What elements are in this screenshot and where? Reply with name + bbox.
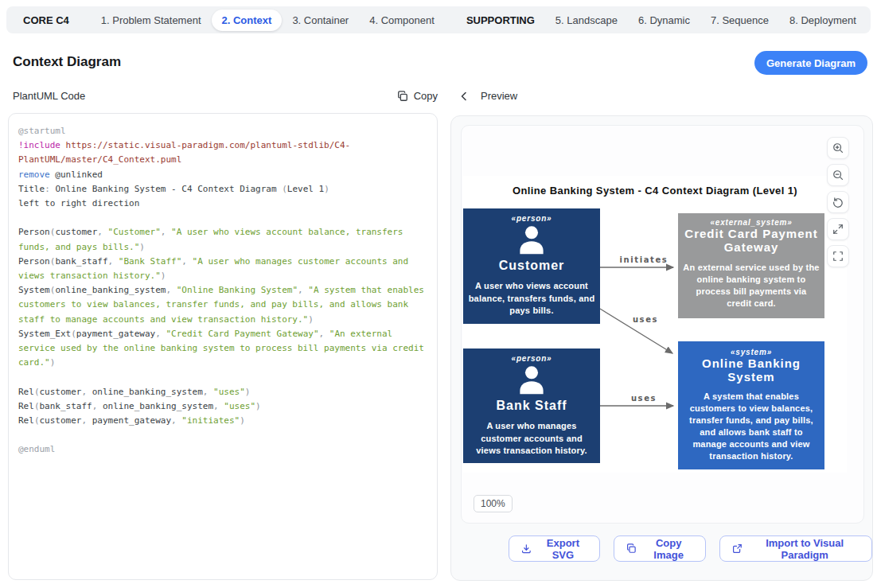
- expand-icon: [832, 224, 844, 235]
- relation-label-uses-bankstaff: uses: [631, 394, 657, 403]
- code-line: Rel(bank_staff, online_banking_system, "…: [18, 399, 427, 414]
- code-line: System_Ext(payment_gateway, "Credit Card…: [18, 327, 427, 341]
- node-online-banking-system-stereotype: «system»: [731, 348, 772, 356]
- node-bank-staff: «person» Bank Staff A user who manages c…: [463, 349, 600, 463]
- code-line: System(online_banking_system, "Online Ba…: [18, 283, 427, 298]
- generate-diagram-button[interactable]: Generate Diagram: [754, 51, 867, 75]
- nav-tab-3-container[interactable]: 3. Container: [282, 10, 359, 31]
- code-panel-header: PlantUML Code Copy: [13, 90, 438, 102]
- code-line: Title: Online Banking System - C4 Contex…: [18, 182, 427, 197]
- code-line: service used by the online banking syste…: [18, 341, 427, 356]
- code-line: left to right direction: [18, 197, 427, 211]
- code-line: remove @unlinked: [18, 168, 427, 182]
- plantuml-code: @startuml!include https://static.visual-…: [18, 124, 427, 458]
- page-title: Context Diagram: [13, 54, 121, 70]
- copy-image-label: Copy Image: [644, 537, 694, 561]
- reset-icon: [832, 197, 844, 208]
- diagram-title: Online Banking System - C4 Context Diagr…: [463, 185, 847, 197]
- node-customer-stereotype: «person»: [512, 214, 552, 223]
- copy-icon: [626, 543, 637, 555]
- code-line: [18, 211, 427, 225]
- zoom-out-icon: [832, 169, 844, 181]
- diagram-viewport[interactable]: Online Banking System - C4 Context Diagr…: [461, 125, 864, 524]
- copy-code-label: Copy: [414, 90, 438, 102]
- node-customer: «person» Customer A user who views accou…: [463, 208, 600, 324]
- code-line: [18, 428, 427, 442]
- code-line: funds, and pays bills."): [18, 240, 427, 255]
- node-online-banking-system-name: Online Banking System: [678, 356, 824, 384]
- import-to-visual-paradigm-label: Import to Visual Paradigm: [750, 537, 859, 561]
- code-line: card."): [18, 356, 427, 370]
- nav-tab-4-component[interactable]: 4. Component: [359, 10, 445, 31]
- zoom-controls: [827, 137, 849, 272]
- preview-panel: Online Banking System - C4 Context Diagr…: [450, 115, 873, 581]
- person-icon: [514, 364, 549, 397]
- expand-button[interactable]: [827, 218, 849, 240]
- node-online-banking-system: «system» Online Banking System A system …: [678, 341, 824, 469]
- code-line: @enduml: [18, 442, 427, 457]
- node-payment-gateway-name: Credit Card Payment Gateway: [678, 227, 824, 255]
- nav-tab-2-context[interactable]: 2. Context: [212, 10, 283, 31]
- export-svg-label: Export SVG: [539, 537, 587, 561]
- node-bank-staff-name: Bank Staff: [496, 399, 567, 413]
- export-svg-button[interactable]: Export SVG: [509, 535, 600, 562]
- code-line: @startuml: [18, 124, 427, 138]
- zoom-level-badge: 100%: [474, 495, 513, 512]
- copy-icon: [397, 91, 408, 102]
- node-payment-gateway-desc: An external service used by the online b…: [678, 262, 824, 310]
- preview-panel-header: Preview: [459, 90, 517, 102]
- download-icon: [521, 543, 532, 555]
- nav-tab-1-problem-statement[interactable]: 1. Problem Statement: [91, 10, 212, 31]
- reset-view-button[interactable]: [827, 191, 849, 213]
- nav-tab-8-deployment[interactable]: 8. Deployment: [779, 10, 867, 31]
- external-link-icon: [732, 543, 743, 555]
- nav-tab-5-landscape[interactable]: 5. Landscape: [545, 10, 628, 31]
- nav-group-core-c4: CORE C4: [13, 10, 80, 31]
- node-online-banking-system-desc: A system that enables customers to view …: [678, 391, 824, 463]
- code-panel-title: PlantUML Code: [13, 90, 85, 102]
- top-nav: CORE C41. Problem Statement2. Context3. …: [6, 6, 871, 33]
- relation-label-uses-customer: uses: [633, 315, 658, 324]
- code-line: customers to view balances, transfer fun…: [18, 298, 427, 312]
- code-line: Person(bank_staff, "Bank Staff", "A user…: [18, 255, 427, 269]
- preview-title: Preview: [481, 90, 517, 102]
- person-icon: [514, 224, 549, 257]
- preview-actions: Export SVG Copy Image Import to Visual P…: [451, 535, 872, 562]
- nav-tab-6-dynamic[interactable]: 6. Dynamic: [628, 10, 700, 31]
- node-bank-staff-desc: A user who manages customer accounts and…: [463, 420, 600, 457]
- zoom-in-button[interactable]: [827, 137, 849, 159]
- copy-code-button[interactable]: Copy: [397, 90, 438, 102]
- code-line: Person(customer, "Customer", "A user who…: [18, 225, 427, 239]
- code-line: Rel(customer, online_banking_system, "us…: [18, 385, 427, 399]
- plantuml-code-panel[interactable]: @startuml!include https://static.visual-…: [8, 113, 438, 580]
- code-line: PlantUML/master/C4_Context.puml: [18, 153, 427, 167]
- code-line: !include https://static.visual-paradigm.…: [18, 138, 427, 153]
- zoom-out-button[interactable]: [827, 164, 849, 186]
- fit-view-button[interactable]: [827, 245, 849, 267]
- collapse-preview-button[interactable]: [459, 92, 469, 101]
- diagram-canvas: Online Banking System - C4 Context Diagr…: [463, 176, 847, 473]
- node-payment-gateway-stereotype: «external_system»: [710, 218, 792, 227]
- relation-label-initiates: initiates: [620, 255, 668, 264]
- nav-group-supporting: SUPPORTING: [456, 10, 545, 31]
- node-customer-desc: A user who views account balance, transf…: [463, 280, 600, 317]
- code-line: views transaction history."): [18, 269, 427, 283]
- node-customer-name: Customer: [499, 259, 565, 273]
- copy-image-button[interactable]: Copy Image: [614, 535, 706, 562]
- code-line: [18, 370, 427, 384]
- zoom-in-icon: [832, 142, 844, 154]
- code-line: Rel(customer, payment_gateway, "initiate…: [18, 414, 427, 428]
- node-bank-staff-stereotype: «person»: [512, 354, 552, 363]
- code-line: staff to manage accounts and view transa…: [18, 313, 427, 327]
- nav-tab-7-sequence[interactable]: 7. Sequence: [700, 10, 779, 31]
- import-to-visual-paradigm-button[interactable]: Import to Visual Paradigm: [719, 535, 872, 562]
- fit-icon: [832, 251, 844, 262]
- chevron-left-icon: [459, 92, 469, 101]
- node-payment-gateway: «external_system» Credit Card Payment Ga…: [678, 213, 824, 318]
